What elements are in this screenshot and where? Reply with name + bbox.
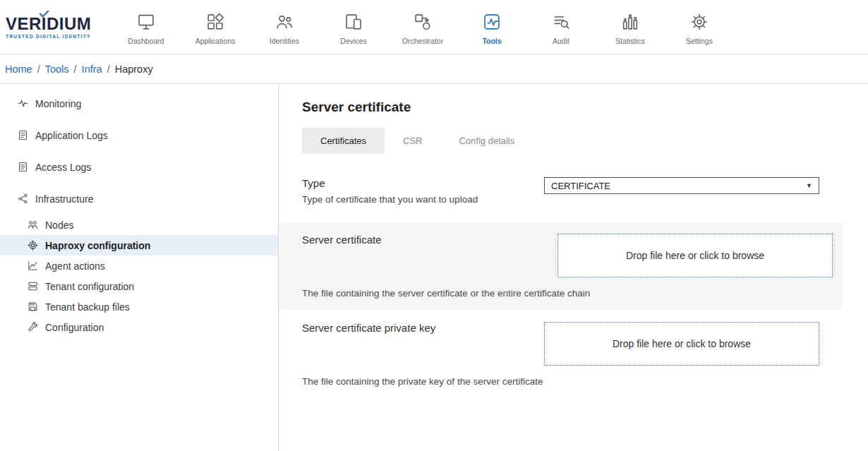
- nav-label: Orchestrator: [402, 37, 443, 45]
- nav-item-applications[interactable]: Applications: [181, 9, 250, 45]
- private-key-help: The file containing the private key of t…: [302, 376, 819, 387]
- sidebar-item-nodes[interactable]: Nodes: [0, 215, 278, 235]
- server-certificate-dropzone[interactable]: Drop file here or click to browse: [557, 234, 833, 277]
- type-field-row: Type Type of certificate that you want t…: [302, 177, 819, 205]
- nav-item-identities[interactable]: Identities: [250, 9, 319, 45]
- audit-icon: [551, 12, 571, 32]
- tabs: Certificates CSR Config details: [302, 128, 819, 154]
- sidebar-item-label: Tenant configuration: [45, 281, 134, 292]
- sidebar-item-label: Configuration: [45, 322, 104, 333]
- tools-icon: [482, 12, 502, 32]
- tab-config-details[interactable]: Config details: [440, 128, 533, 154]
- nav-label: Tools: [482, 37, 501, 45]
- veridium-logo[interactable]: VERIDIUM TRUSTED DIGITAL IDENTITY: [0, 16, 111, 39]
- nav-item-orchestrator[interactable]: Orchestrator: [388, 9, 457, 45]
- sidebar-item-access-logs[interactable]: Access Logs: [0, 151, 278, 183]
- sidebar: Monitoring Application Logs Access Logs …: [0, 84, 279, 451]
- server-certificate-row: Server certificate Drop file here or cli…: [279, 223, 843, 310]
- nav-label: Devices: [340, 37, 366, 45]
- tab-certificates[interactable]: Certificates: [302, 128, 385, 154]
- nav-label: Dashboard: [128, 37, 164, 45]
- private-key-row: Server certificate private key Drop file…: [302, 322, 819, 387]
- nav-item-dashboard[interactable]: Dashboard: [111, 9, 181, 45]
- dropzone-text: Drop file here or click to browse: [613, 338, 751, 349]
- nav-item-tools[interactable]: Tools: [457, 9, 526, 45]
- main-content: Server certificate Certificates CSR Conf…: [279, 84, 829, 451]
- agent-actions-icon: [27, 260, 39, 272]
- tab-csr[interactable]: CSR: [385, 128, 440, 154]
- sidebar-item-application-logs[interactable]: Application Logs: [0, 119, 278, 151]
- application-logs-icon: [17, 129, 29, 141]
- infrastructure-icon: [17, 193, 29, 205]
- veridium-logo-text: VERIDIUM: [6, 16, 111, 32]
- server-certificate-help: The file containing the server certifica…: [302, 288, 833, 299]
- sidebar-item-infrastructure[interactable]: Infrastructure: [0, 183, 278, 215]
- breadcrumb-separator: /: [37, 64, 40, 75]
- devices-icon: [344, 12, 363, 32]
- orchestrator-icon: [413, 12, 433, 32]
- identities-icon: [275, 12, 294, 32]
- monitoring-icon: [17, 97, 29, 109]
- nav-label: Applications: [195, 37, 236, 45]
- statistics-icon: [620, 12, 640, 32]
- private-key-dropzone[interactable]: Drop file here or click to browse: [544, 322, 819, 366]
- nav-label: Audit: [553, 37, 569, 45]
- sidebar-item-label: Haproxy configuration: [45, 240, 150, 251]
- breadcrumb-infra[interactable]: Infra: [82, 64, 102, 75]
- dashboard-icon: [136, 12, 156, 32]
- type-field-help: Type of certificate that you want to upl…: [302, 194, 530, 205]
- breadcrumb-tools[interactable]: Tools: [45, 64, 69, 75]
- page-title: Server certificate: [302, 100, 819, 115]
- nav-item-audit[interactable]: Audit: [526, 9, 596, 45]
- logo-tagline: TRUSTED DIGITAL IDENTITY: [6, 34, 111, 39]
- sidebar-item-label: Tenant backup files: [45, 301, 130, 313]
- tenant-configuration-icon: [27, 280, 39, 292]
- sidebar-item-label: Infrastructure: [35, 193, 93, 205]
- breadcrumb-haproxy: Haproxy: [115, 64, 153, 75]
- sidebar-item-haproxy-configuration[interactable]: Haproxy configuration: [0, 235, 278, 255]
- nav-item-statistics[interactable]: Statistics: [596, 9, 665, 45]
- type-field-label: Type: [302, 177, 530, 189]
- sidebar-item-configuration[interactable]: Configuration: [0, 317, 278, 337]
- nav-item-settings[interactable]: Settings: [665, 9, 734, 45]
- configuration-icon: [27, 321, 39, 333]
- access-logs-icon: [17, 161, 29, 173]
- nav-item-devices[interactable]: Devices: [319, 9, 388, 45]
- nav-label: Statistics: [615, 37, 645, 45]
- logo-check-icon: [40, 11, 49, 18]
- dropzone-text: Drop file here or click to browse: [626, 250, 764, 261]
- sidebar-item-tenant-backup-files[interactable]: Tenant backup files: [0, 296, 278, 317]
- haproxy-config-icon: [27, 239, 39, 251]
- chevron-down-icon: ▼: [806, 182, 812, 189]
- private-key-label: Server certificate private key: [302, 322, 530, 334]
- sidebar-item-label: Agent actions: [45, 260, 105, 272]
- breadcrumb-separator: /: [74, 64, 77, 75]
- breadcrumb-separator: /: [107, 64, 110, 75]
- nav-label: Settings: [686, 37, 713, 45]
- type-select-value: CERTIFICATE: [551, 181, 610, 191]
- main-nav: Dashboard Applications Identities Device…: [111, 9, 734, 45]
- tenant-backup-icon: [27, 301, 39, 313]
- sidebar-item-label: Monitoring: [35, 98, 81, 109]
- sidebar-item-label: Access Logs: [35, 162, 91, 173]
- sidebar-item-tenant-configuration[interactable]: Tenant configuration: [0, 276, 278, 296]
- settings-icon: [689, 12, 709, 32]
- breadcrumb-home[interactable]: Home: [5, 64, 32, 75]
- applications-icon: [205, 12, 225, 32]
- nodes-icon: [27, 219, 39, 231]
- breadcrumb: Home / Tools / Infra / Haproxy: [0, 54, 868, 84]
- nav-label: Identities: [270, 37, 299, 45]
- sidebar-item-label: Application Logs: [35, 130, 108, 141]
- sidebar-item-monitoring[interactable]: Monitoring: [0, 88, 278, 119]
- server-certificate-label: Server certificate: [302, 234, 543, 246]
- top-navigation-bar: VERIDIUM TRUSTED DIGITAL IDENTITY Dashbo…: [0, 0, 868, 54]
- sidebar-item-agent-actions[interactable]: Agent actions: [0, 255, 278, 276]
- sidebar-item-label: Nodes: [45, 220, 73, 231]
- type-select[interactable]: CERTIFICATE ▼: [544, 177, 819, 194]
